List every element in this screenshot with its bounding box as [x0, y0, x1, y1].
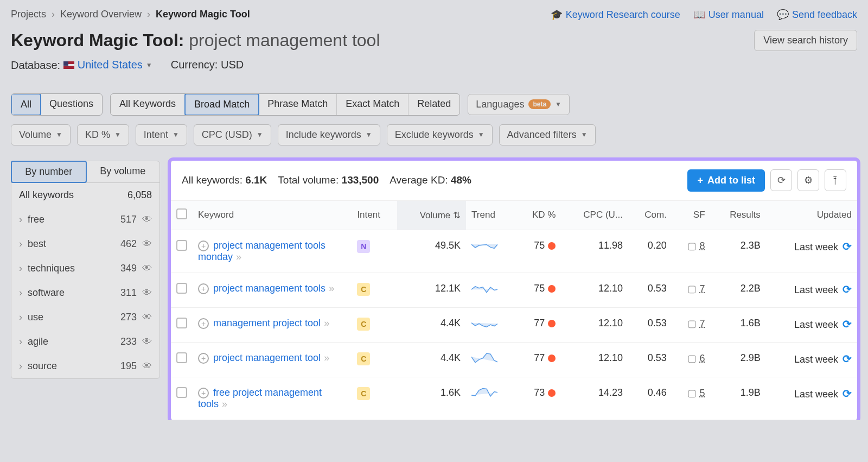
kd-cell: 75: [515, 230, 561, 273]
table-row: +project management tools»C12.1K7512.100…: [171, 273, 857, 307]
column-header[interactable]: Trend: [466, 200, 515, 230]
difficulty-dot-icon: [548, 242, 556, 250]
tab-broad-match[interactable]: Broad Match: [184, 93, 259, 116]
filter-include-keywords[interactable]: Include keywords ▼: [278, 124, 380, 145]
sidebar-tab-by-number[interactable]: By number: [11, 161, 87, 183]
sidebar-item-techniques[interactable]: ›techniques349👁: [11, 256, 159, 281]
keyword-link[interactable]: project management tools monday: [198, 240, 326, 262]
refresh-icon[interactable]: ⟳: [843, 353, 852, 365]
eye-icon[interactable]: 👁: [142, 214, 152, 225]
chevron-down-icon: ▼: [173, 131, 179, 138]
results-panel: All keywords: 6.1K Total volume: 133,500…: [171, 161, 857, 420]
keyword-link[interactable]: project management tool: [213, 352, 321, 363]
tab-related[interactable]: Related: [409, 94, 459, 115]
tab-phrase-match[interactable]: Phrase Match: [259, 94, 337, 115]
keyword-link[interactable]: project management tools: [213, 283, 326, 294]
breadcrumb-item[interactable]: Projects: [11, 9, 46, 20]
sidebar-item-agile[interactable]: ›agile233👁: [11, 330, 159, 354]
row-checkbox[interactable]: [176, 240, 187, 251]
sidebar-item-source[interactable]: ›source195👁: [11, 354, 159, 378]
sidebar-tab-by-volume[interactable]: By volume: [86, 161, 160, 182]
add-to-list-button[interactable]: +Add to list: [687, 169, 765, 192]
filter-kd-[interactable]: KD % ▼: [77, 124, 129, 145]
serp-features-icon: ▢: [687, 283, 697, 294]
settings-button[interactable]: ⚙: [797, 169, 819, 191]
row-checkbox[interactable]: [176, 387, 187, 398]
eye-icon[interactable]: 👁: [142, 312, 152, 323]
keywords-table: KeywordIntentVolume ⇅TrendKD %CPC (U...C…: [171, 200, 857, 420]
expand-icon[interactable]: +: [198, 318, 209, 329]
sf-cell: ▢7: [672, 307, 711, 342]
tab-all-keywords[interactable]: All Keywords: [111, 94, 185, 115]
row-checkbox[interactable]: [176, 352, 187, 363]
keyword-research-course-link[interactable]: 🎓Keyword Research course: [551, 9, 680, 21]
kd-cell: 77: [515, 307, 561, 342]
filter-advanced-filters[interactable]: Advanced filters ▼: [499, 124, 596, 145]
column-header[interactable]: Volume ⇅: [397, 200, 466, 230]
question-filter-tabs: AllQuestions: [11, 93, 103, 116]
filter-intent[interactable]: Intent ▼: [136, 124, 187, 145]
database-selector[interactable]: United States ▼: [63, 59, 152, 71]
column-header[interactable]: Updated: [766, 200, 857, 230]
refresh-button[interactable]: ⟳: [770, 169, 792, 191]
chevron-down-icon: ▼: [478, 131, 484, 138]
updated-cell: Last week⟳: [766, 342, 857, 377]
user-manual-link[interactable]: 📖User manual: [693, 9, 764, 21]
refresh-icon[interactable]: ⟳: [843, 388, 852, 400]
match-type-tabs: All KeywordsBroad MatchPhrase MatchExact…: [110, 93, 460, 116]
cpc-cell: 12.10: [561, 342, 628, 377]
column-header[interactable]: Keyword: [193, 200, 352, 230]
sidebar-item-use[interactable]: ›use273👁: [11, 305, 159, 330]
keyword-link[interactable]: free project management tools: [198, 387, 322, 409]
languages-dropdown[interactable]: Languages beta ▼: [468, 94, 570, 115]
eye-icon[interactable]: 👁: [142, 238, 152, 250]
sidebar-item-software[interactable]: ›software311👁: [11, 281, 159, 305]
refresh-icon[interactable]: ⟳: [843, 241, 852, 252]
cpc-cell: 12.10: [561, 273, 628, 307]
select-all-checkbox[interactable]: [176, 208, 187, 219]
row-checkbox[interactable]: [176, 283, 187, 294]
double-chevron-icon: »: [324, 318, 329, 328]
column-header[interactable]: Intent: [352, 200, 397, 230]
breadcrumb-item[interactable]: Keyword Overview: [60, 9, 142, 20]
intent-badge: N: [357, 240, 370, 253]
tab-exact-match[interactable]: Exact Match: [337, 94, 409, 115]
all-keywords-label: All keywords: [19, 189, 74, 201]
refresh-icon[interactable]: ⟳: [843, 318, 852, 330]
intent-badge: C: [357, 318, 370, 331]
results-cell: 2.9B: [711, 342, 766, 377]
tab-questions[interactable]: Questions: [41, 94, 102, 115]
chevron-right-icon: ›: [19, 214, 22, 225]
double-chevron-icon: »: [222, 398, 227, 409]
eye-icon[interactable]: 👁: [142, 263, 152, 274]
keyword-link[interactable]: management project tool: [213, 318, 321, 328]
filter-exclude-keywords[interactable]: Exclude keywords ▼: [387, 124, 493, 145]
column-header[interactable]: KD %: [515, 200, 561, 230]
filter-volume[interactable]: Volume ▼: [11, 124, 71, 145]
chevron-down-icon: ▼: [581, 131, 588, 138]
filter-cpc-usd-[interactable]: CPC (USD) ▼: [194, 124, 271, 145]
sidebar-item-free[interactable]: ›free517👁: [11, 207, 159, 232]
column-header[interactable]: CPC (U...: [561, 200, 628, 230]
eye-icon[interactable]: 👁: [142, 336, 152, 347]
expand-icon[interactable]: +: [198, 353, 209, 364]
view-search-history-button[interactable]: View search history: [754, 30, 857, 51]
sidebar-item-best[interactable]: ›best462👁: [11, 232, 159, 256]
export-button[interactable]: ⭱: [825, 169, 846, 191]
expand-icon[interactable]: +: [198, 388, 209, 398]
kd-cell: 77: [515, 342, 561, 377]
expand-icon[interactable]: +: [198, 241, 209, 251]
eye-icon[interactable]: 👁: [142, 287, 152, 299]
column-header[interactable]: Results: [711, 200, 766, 230]
column-header[interactable]: SF: [672, 200, 711, 230]
send-feedback-link[interactable]: 💬Send feedback: [777, 9, 857, 21]
plus-icon: +: [697, 175, 703, 186]
column-header[interactable]: Com.: [628, 200, 672, 230]
expand-icon[interactable]: +: [198, 283, 209, 294]
row-checkbox[interactable]: [176, 318, 187, 328]
refresh-icon[interactable]: ⟳: [843, 283, 852, 295]
table-row: +project management tools monday»N49.5K7…: [171, 230, 857, 273]
tab-all[interactable]: All: [11, 93, 41, 116]
eye-icon[interactable]: 👁: [142, 360, 152, 372]
chevron-right-icon: ›: [19, 360, 22, 372]
